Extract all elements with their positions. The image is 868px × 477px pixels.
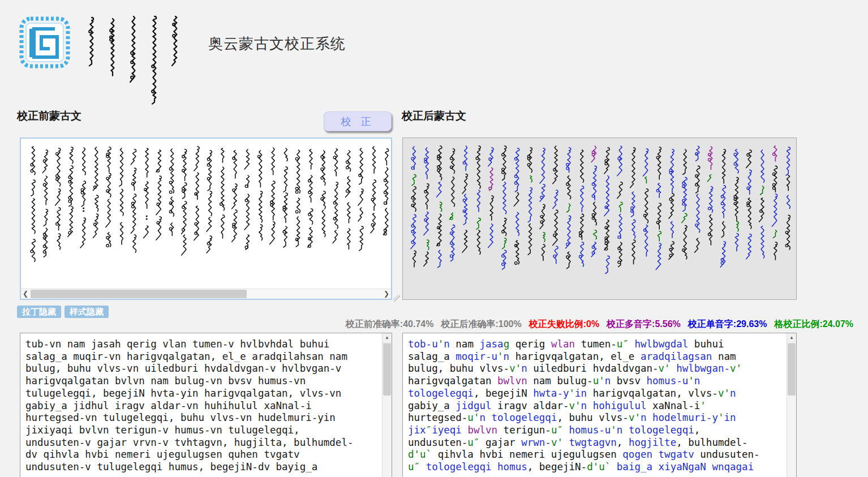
stat-item: 校正前准确率:40.74% (346, 319, 434, 329)
scroll-up-arrow[interactable]: ▲ (383, 333, 392, 343)
app-title: 奥云蒙古文校正系统 (208, 34, 346, 54)
resize-grip[interactable] (393, 295, 400, 302)
stat-item: 校正多音字:5.56% (607, 319, 681, 329)
scroll-left-arrow[interactable]: ❮ (21, 289, 30, 299)
horizontal-scroll-thumb[interactable] (31, 290, 247, 298)
latin-after-textarea[interactable]: tob-u'n nam jasag qerig wlan tumen-u″ hw… (402, 333, 797, 477)
correct-button[interactable]: 校 正 (324, 111, 392, 131)
scroll-right-arrow[interactable]: ❯ (382, 289, 391, 299)
scroll-up-arrow[interactable]: ▲ (787, 333, 796, 343)
mongolian-after-script (404, 139, 794, 299)
latin-before-textarea[interactable]: tub-vn nam jasah qerig vlan tumen-v hvlb… (20, 333, 392, 477)
latin-after-text: tob-u'n nam jasag qerig wlan tumen-u″ hw… (403, 333, 787, 477)
stat-item: 格校正比例:24.07% (774, 319, 853, 329)
before-section-title: 校正前蒙古文 (17, 109, 81, 123)
stat-item: 校正失败比例:0% (529, 319, 599, 329)
mongolian-before-script (22, 140, 390, 280)
vertical-scrollbar[interactable]: ▲ (382, 333, 392, 477)
mongolian-before-panel[interactable]: ❮ ❯ (20, 137, 392, 300)
mongolian-after-panel (402, 137, 797, 300)
vertical-scrollbar[interactable]: ▲ (787, 333, 796, 477)
after-section-title: 校正后蒙古文 (402, 109, 466, 123)
horizontal-scrollbar[interactable]: ❮ ❯ (21, 289, 391, 299)
style-hide-button[interactable]: 样式隐藏 (65, 306, 109, 318)
stat-item: 校正后准确率:100% (441, 319, 521, 329)
correction-stats: 校正前准确率:40.74%校正后准确率:100%校正失败比例:0%校正多音字:5… (0, 319, 853, 330)
vertical-scroll-thumb[interactable] (383, 343, 391, 396)
stat-item: 校正单音字:29.63% (688, 319, 767, 329)
latin-before-text: tub-vn nam jasah qerig vlan tumen-v hvlb… (20, 333, 382, 477)
mongolian-title-script (84, 11, 197, 105)
app-logo (19, 16, 71, 69)
vertical-scroll-thumb[interactable] (788, 343, 796, 396)
latin-hide-button[interactable]: 拉丁隐藏 (17, 306, 61, 318)
